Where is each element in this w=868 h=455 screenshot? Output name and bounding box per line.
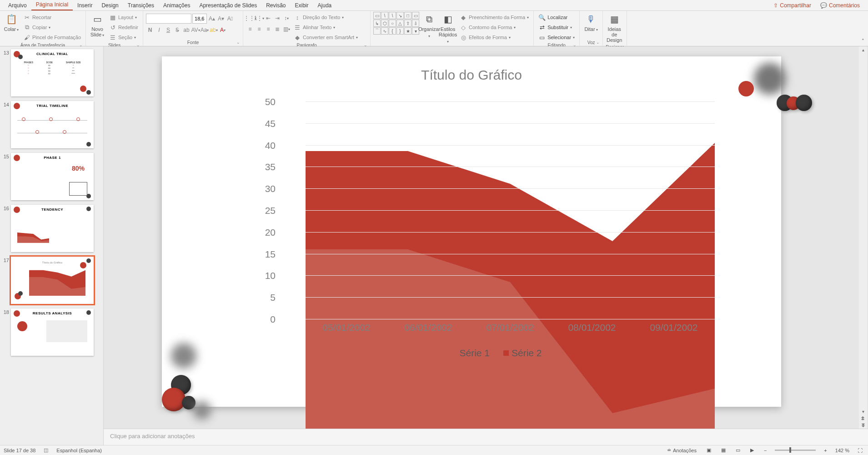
justify-button[interactable]: ≣ <box>273 25 281 34</box>
reset-button[interactable]: ↺Redefinir <box>107 23 140 32</box>
font-family-input[interactable] <box>146 14 191 24</box>
indent-decrease-button[interactable]: ⇤ <box>264 14 272 23</box>
shapes-gallery[interactable]: ▭\\↘□▭ ↳⬡○△⇧⇩ ⌒∿{}★▾ <box>373 12 419 35</box>
tab-design[interactable]: Design <box>97 0 123 10</box>
slide-thumbnail[interactable]: 17 Título do Gráfico <box>1 257 99 304</box>
fit-button[interactable]: ⛶ <box>856 448 864 453</box>
shape-cell[interactable]: ∿ <box>381 27 388 35</box>
shape-cell[interactable]: { <box>389 27 396 35</box>
shape-cell[interactable]: ↳ <box>373 20 381 27</box>
scroll-down-button[interactable]: ▾ <box>861 408 865 415</box>
slide-thumbnail[interactable]: 13 CLINICAL TRIAL PHASES○○○○ DOSE▭▭▭▭ SA… <box>1 49 99 96</box>
shape-cell[interactable]: ⌒ <box>373 27 381 35</box>
shape-fill-button[interactable]: ◆Preenchimento da Forma <box>458 13 531 22</box>
shadow-button[interactable]: ab <box>182 25 191 35</box>
italic-button[interactable]: I <box>155 25 163 35</box>
select-button[interactable]: ▭Selecionar <box>537 33 577 42</box>
highlight-button[interactable]: ab <box>210 25 218 35</box>
slide-thumbnail[interactable]: 15 PHASE 1 80% <box>1 153 99 200</box>
shape-cell[interactable]: ▭ <box>373 12 381 19</box>
comments-button[interactable]: 💬Comentários <box>816 0 864 10</box>
slide[interactable]: Título do Gráfico 05101520253035404550 0… <box>162 56 781 407</box>
slide-thumbnail[interactable]: 14 TRIAL TIMELINE <box>1 101 99 148</box>
new-slide-button[interactable]: ▭ Novo Slide <box>89 12 106 39</box>
replace-button[interactable]: ⇄Substituir <box>537 23 577 32</box>
underline-button[interactable]: S <box>164 25 172 35</box>
thumbnail-panel[interactable]: 13 CLINICAL TRIAL PHASES○○○○ DOSE▭▭▭▭ SA… <box>0 46 104 445</box>
zoom-out-button[interactable]: − <box>762 448 768 453</box>
slide-thumbnail[interactable]: 16 TENDENCY <box>1 205 99 252</box>
canvas-area[interactable]: Título do Gráfico 05101520253035404550 0… <box>104 46 868 429</box>
bold-button[interactable]: N <box>146 25 154 35</box>
slide-thumbnail[interactable]: 18 RESULTS ANALYSIS <box>1 308 99 356</box>
spacing-button[interactable]: AV <box>191 25 200 35</box>
align-center-button[interactable]: ≡ <box>255 25 263 34</box>
tab-apresentacao[interactable]: Apresentação de Slides <box>195 0 261 10</box>
shape-cell[interactable]: ★ <box>404 27 411 35</box>
shape-cell[interactable]: } <box>396 27 404 35</box>
tab-ajuda[interactable]: Ajuda <box>313 0 336 10</box>
bullets-button[interactable]: ⋮⋮ <box>246 14 254 23</box>
slideshow-button[interactable]: ▶ <box>748 447 756 453</box>
shape-cell[interactable]: \ <box>381 12 388 19</box>
line-spacing-button[interactable]: ↕ <box>282 14 291 23</box>
notes-area[interactable]: Clique para adicionar anotações <box>104 429 868 445</box>
find-button[interactable]: 🔍Localizar <box>537 13 577 22</box>
increase-font-button[interactable]: A▴ <box>208 14 216 23</box>
tab-inserir[interactable]: Inserir <box>73 0 97 10</box>
section-button[interactable]: ☰Seção <box>107 33 140 42</box>
language-label[interactable]: Espanhol (Espanha) <box>56 448 102 453</box>
tab-arquivo[interactable]: Arquivo <box>4 0 31 10</box>
shape-cell[interactable]: ⇧ <box>404 20 411 27</box>
shape-cell[interactable]: ⬡ <box>381 20 388 27</box>
zoom-value[interactable]: 142 % <box>835 448 849 453</box>
arrange-button[interactable]: ⧉ Organizar <box>421 12 438 40</box>
dictate-button[interactable]: 🎙 Ditar <box>582 12 600 34</box>
share-button[interactable]: ⇧Compartilhar <box>769 0 816 10</box>
align-text-button[interactable]: ☰Alinhar Texto <box>292 23 360 32</box>
tab-exibir[interactable]: Exibir <box>291 0 313 10</box>
prev-slide-button[interactable]: ⯭ <box>860 415 866 422</box>
cut-button[interactable]: ✂Recortar <box>21 13 83 22</box>
quick-styles-button[interactable]: ◧ Estilos Rápidos <box>439 12 457 46</box>
scroll-up-button[interactable]: ▴ <box>861 46 865 53</box>
zoom-in-button[interactable]: + <box>822 448 828 453</box>
shape-cell[interactable]: ○ <box>389 20 396 27</box>
layout-button[interactable]: ▦Layout <box>107 13 140 22</box>
tab-pagina-inicial[interactable]: Página Inicial <box>31 0 73 10</box>
align-left-button[interactable]: ≡ <box>246 25 254 34</box>
strike-button[interactable]: S̶ <box>173 25 181 35</box>
shape-cell[interactable]: ↘ <box>396 12 404 19</box>
align-right-button[interactable]: ≡ <box>264 25 272 34</box>
notes-button[interactable]: ≐ Anotações <box>665 447 698 453</box>
zoom-slider[interactable] <box>775 450 816 451</box>
tab-transicoes[interactable]: Transições <box>123 0 159 10</box>
shape-cell[interactable]: ▭ <box>412 12 419 19</box>
collapse-ribbon-button[interactable]: ˄ <box>858 11 868 46</box>
vertical-scrollbar[interactable]: ▴ ▾ ⯭ ⯯ <box>859 46 867 429</box>
reading-view-button[interactable]: ▭ <box>734 447 742 453</box>
shape-effects-button[interactable]: ◎Efeitos de Forma <box>458 33 531 42</box>
tab-revisao[interactable]: Revisão <box>261 0 290 10</box>
numbering-button[interactable]: 1⋮ <box>255 14 263 23</box>
indent-increase-button[interactable]: ⇥ <box>273 14 281 23</box>
shape-cell[interactable]: □ <box>404 12 411 19</box>
convert-smartart-button[interactable]: ◆Converter em SmartArt <box>292 33 360 42</box>
shape-cell[interactable]: ⇩ <box>412 20 419 27</box>
columns-button[interactable]: ▥ <box>282 25 291 34</box>
normal-view-button[interactable]: ▣ <box>705 447 713 453</box>
shape-cell[interactable]: \ <box>389 12 396 19</box>
decrease-font-button[interactable]: A▾ <box>217 14 225 23</box>
font-color-button[interactable]: A <box>219 25 227 35</box>
sorter-view-button[interactable]: ▦ <box>719 447 728 453</box>
font-size-input[interactable] <box>192 14 207 24</box>
format-painter-button[interactable]: 🖌Pincel de Formatação <box>21 33 83 42</box>
text-direction-button[interactable]: ↕Direção do Texto <box>292 13 360 22</box>
tab-animacoes[interactable]: Animações <box>159 0 195 10</box>
accessibility-button[interactable]: ◫ <box>42 447 50 453</box>
paste-button[interactable]: 📋 Colar <box>3 12 20 34</box>
copy-button[interactable]: ⧉Copiar <box>21 23 83 32</box>
shape-outline-button[interactable]: ◇Contorno da Forma <box>458 23 531 32</box>
shape-cell[interactable]: △ <box>396 20 404 27</box>
clear-format-button[interactable]: A⃠ <box>226 14 234 23</box>
